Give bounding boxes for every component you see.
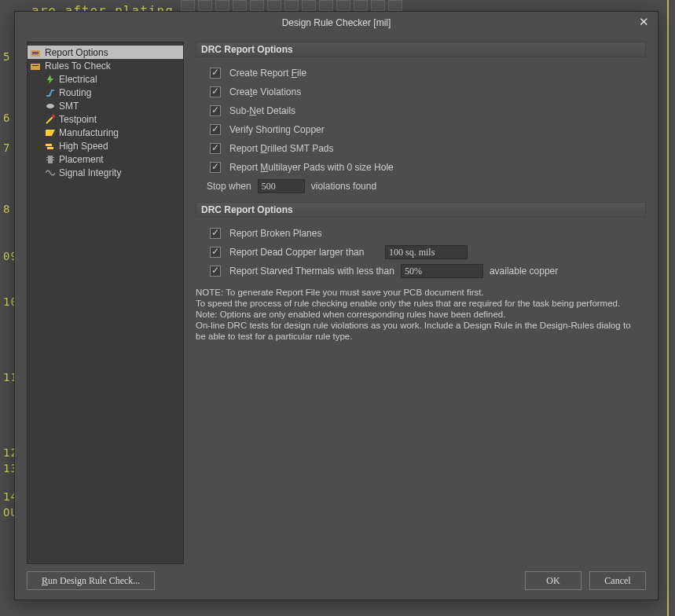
tree-item-routing[interactable]: Routing	[28, 86, 183, 99]
bg-yellow-line	[667, 0, 669, 616]
tree-label: High Speed	[59, 141, 108, 152]
rules-tree[interactable]: Report Options Rules To Check Electrical…	[27, 42, 184, 564]
lbl-verify-short: Verify Shorting Copper	[229, 124, 325, 135]
lbl-violations-found: violations found	[311, 181, 376, 192]
lbl-dead-copper: Report Dead Copper larger than	[229, 247, 379, 258]
svg-rect-11	[47, 147, 53, 149]
tree-label: Testpoint	[59, 114, 97, 125]
close-icon[interactable]: ✕	[637, 16, 650, 28]
ok-button[interactable]: OK	[525, 571, 581, 590]
tree-item-report-options[interactable]: Report Options	[28, 46, 183, 59]
lbl-avail-copper: available copper	[490, 266, 558, 277]
tree-item-high-speed[interactable]: High Speed	[28, 139, 183, 152]
high-speed-icon	[45, 141, 56, 151]
svg-rect-3	[31, 64, 40, 70]
note-text: NOTE: To generate Report File you must s…	[196, 287, 646, 342]
cb-starved-thermals[interactable]	[210, 266, 221, 277]
section1-header: DRC Report Options	[196, 42, 646, 57]
tree-item-smt[interactable]: SMT	[28, 99, 183, 112]
svg-rect-14	[46, 160, 48, 160]
tree-label: Placement	[59, 154, 104, 165]
content-pane: DRC Report Options Create Report File Cr…	[196, 42, 646, 564]
tree-label: Report Options	[45, 47, 108, 58]
drc-dialog: Design Rule Checker [mil] ✕ Report Optio…	[14, 11, 658, 600]
dialog-footer: Run Design Rule Check... OK Cancel	[15, 568, 658, 600]
tree-label: Signal Integrity	[59, 167, 121, 178]
svg-point-6	[46, 104, 54, 108]
cb-subnet[interactable]	[210, 105, 221, 116]
electrical-icon	[45, 75, 56, 84]
cb-create-violations[interactable]	[210, 86, 221, 97]
svg-line-7	[46, 117, 53, 123]
svg-rect-10	[46, 144, 52, 146]
svg-rect-16	[53, 160, 54, 160]
tree-item-manufacturing[interactable]: Manufacturing	[28, 126, 183, 139]
lbl-create-violations: Create Violations	[229, 86, 301, 97]
svg-rect-13	[46, 157, 48, 158]
lbl-stop-when: Stop when	[207, 181, 251, 192]
svg-rect-2	[32, 53, 39, 54]
report-icon	[31, 48, 42, 57]
lbl-broken-planes: Report Broken Planes	[229, 228, 321, 239]
tree-item-rules-to-check[interactable]: Rules To Check	[28, 59, 183, 72]
tree-item-signal-integrity[interactable]: Signal Integrity	[28, 166, 183, 179]
cb-dead-copper[interactable]	[210, 247, 221, 258]
dialog-title: Design Rule Checker [mil]	[282, 17, 391, 28]
svg-rect-1	[32, 52, 39, 53]
svg-rect-4	[32, 65, 39, 66]
cb-multilayer[interactable]	[210, 162, 221, 173]
tree-label: Electrical	[59, 74, 97, 85]
svg-marker-9	[46, 130, 55, 136]
lbl-create-report: Create Report File	[229, 68, 306, 79]
placement-icon	[45, 155, 56, 164]
lbl-drilled-smt: Report Drilled SMT Pads	[229, 143, 334, 154]
lbl-subnet: Sub-Net Details	[229, 105, 295, 116]
tree-label: Manufacturing	[59, 127, 119, 138]
svg-marker-5	[47, 75, 53, 84]
svg-point-8	[52, 115, 55, 118]
section2-header: DRC Report Options	[196, 202, 646, 218]
tree-label: SMT	[59, 101, 79, 112]
run-drc-button[interactable]: Run Design Rule Check...	[27, 571, 155, 590]
input-starved[interactable]	[401, 264, 483, 278]
lbl-multilayer: Report Multilayer Pads with 0 size Hole	[229, 162, 394, 173]
tree-item-electrical[interactable]: Electrical	[28, 72, 183, 86]
testpoint-icon	[45, 115, 56, 124]
cb-create-report[interactable]	[210, 68, 221, 79]
manufacturing-icon	[45, 128, 56, 138]
cb-verify-short[interactable]	[210, 124, 221, 135]
rules-icon	[31, 61, 42, 71]
cancel-button[interactable]: Cancel	[589, 571, 646, 590]
routing-icon	[45, 88, 56, 97]
input-stop-when[interactable]	[258, 179, 305, 193]
tree-item-testpoint[interactable]: Testpoint	[28, 112, 183, 126]
smt-icon	[45, 101, 56, 111]
tree-item-placement[interactable]: Placement	[28, 152, 183, 166]
signal-integrity-icon	[45, 168, 56, 178]
tree-label: Routing	[59, 87, 91, 98]
svg-rect-15	[53, 157, 54, 158]
cb-broken-planes[interactable]	[210, 228, 221, 239]
svg-rect-12	[48, 156, 53, 163]
dialog-titlebar: Design Rule Checker [mil] ✕	[15, 12, 658, 34]
tree-label: Rules To Check	[45, 60, 111, 72]
lbl-starved: Report Starved Thermals with less than	[229, 266, 394, 277]
cb-drilled-smt[interactable]	[210, 143, 221, 154]
input-dead-copper[interactable]	[385, 245, 468, 259]
